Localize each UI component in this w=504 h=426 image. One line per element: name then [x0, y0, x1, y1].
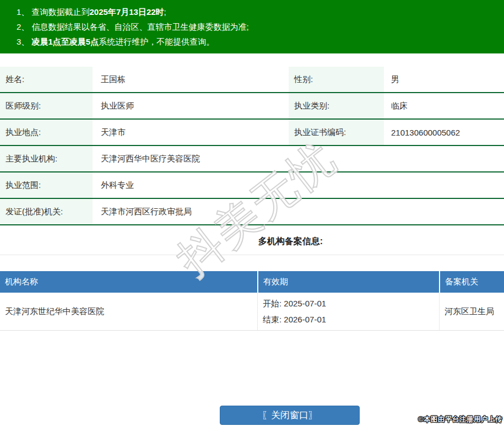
field-label-gender: 性别:	[289, 67, 384, 92]
filing-table: 机构名称 有效期 备案机关 天津河东世纪华中美容医院 开始: 2025-07-0…	[0, 271, 504, 331]
notice-text: 3、	[17, 37, 32, 46]
notice-text: 系统进行维护，不能提供查询。	[99, 37, 214, 46]
filing-col-header-validity: 有效期	[257, 271, 439, 293]
field-label-doctor-level: 医师级别:	[0, 93, 93, 118]
field-label-practice-category: 执业类别:	[289, 93, 384, 118]
field-value-main-institution: 天津河西华中医疗美容医院	[93, 146, 504, 171]
field-value-name: 王国栋	[93, 67, 289, 92]
notice-text: ;	[164, 7, 166, 17]
notice-text: 1、 查询数据截止到	[17, 7, 90, 17]
field-label-practice-location: 执业地点:	[0, 120, 93, 145]
field-label-main-institution: 主要执业机构:	[0, 146, 93, 171]
field-label-practice-scope: 执业范围:	[0, 172, 93, 198]
notice-line-3: 3、 凌晨1点至凌晨5点系统进行维护，不能提供查询。	[17, 34, 504, 49]
info-row-level-category: 医师级别: 执业医师 执业类别: 临床	[0, 93, 504, 120]
field-label-issuing-authority: 发证(批准)机关:	[0, 199, 93, 224]
field-value-issuing-authority: 天津市河西区行政审批局	[93, 199, 504, 224]
close-window-button[interactable]: 〖关闭窗口〗	[220, 406, 360, 425]
filing-cell-validity: 开始: 2025-07-01 结束: 2026-07-01	[257, 293, 439, 330]
filing-col-header-institution: 机构名称	[0, 271, 257, 293]
info-row-issuing-authority: 发证(批准)机关: 天津市河西区行政审批局	[0, 199, 504, 225]
notice-text-bold: 2025年7月13日22时	[90, 7, 164, 17]
field-value-practice-scope: 外科专业	[93, 172, 504, 198]
filing-table-row: 天津河东世纪华中美容医院 开始: 2025-07-01 结束: 2026-07-…	[0, 293, 504, 331]
field-label-certificate-number: 执业证书编码:	[289, 120, 384, 145]
notice-text: 2、 信息数据结果以各省、自治区、直辖市卫生健康委数据为准;	[17, 22, 249, 31]
notice-banner: 1、 查询数据截止到2025年7月13日22时; 2、 信息数据结果以各省、自治…	[0, 0, 504, 53]
field-label-name: 姓名:	[0, 67, 93, 92]
field-value-certificate-number: 210130600005062	[384, 120, 504, 145]
notice-text-bold: 凌晨1点至凌晨5点	[32, 37, 99, 46]
field-value-practice-category: 临床	[384, 93, 504, 118]
filing-section-title: 多机构备案信息:	[258, 236, 323, 246]
validity-start: 开始: 2025-07-01	[263, 296, 326, 311]
practitioner-info-table: 姓名: 王国栋 性别: 男 医师级别: 执业医师 执业类别: 临床 执业地点: …	[0, 67, 504, 225]
filing-cell-authority: 河东区卫生局	[439, 293, 504, 330]
attribution-note: ©本图由平台注册用户上传	[418, 415, 502, 424]
filing-col-header-authority: 备案机关	[439, 271, 504, 293]
info-row-location-certno: 执业地点: 天津市 执业证书编码: 210130600005062	[0, 120, 504, 146]
info-row-name-gender: 姓名: 王国栋 性别: 男	[0, 67, 504, 93]
info-row-practice-scope: 执业范围: 外科专业	[0, 172, 504, 199]
field-value-practice-location: 天津市	[93, 120, 289, 145]
filing-table-header: 机构名称 有效期 备案机关	[0, 271, 504, 293]
notice-line-1: 1、 查询数据截止到2025年7月13日22时;	[17, 4, 504, 19]
validity-end: 结束: 2026-07-01	[263, 312, 326, 327]
filing-cell-institution-name: 天津河东世纪华中美容医院	[0, 293, 257, 330]
filing-section-heading: 多机构备案信息:	[77, 226, 504, 255]
field-value-gender: 男	[384, 67, 504, 92]
info-row-main-institution: 主要执业机构: 天津河西华中医疗美容医院	[0, 146, 504, 172]
notice-line-2: 2、 信息数据结果以各省、自治区、直辖市卫生健康委数据为准;	[17, 19, 504, 34]
section-divider-line	[0, 255, 504, 255]
field-value-doctor-level: 执业医师	[93, 93, 289, 118]
